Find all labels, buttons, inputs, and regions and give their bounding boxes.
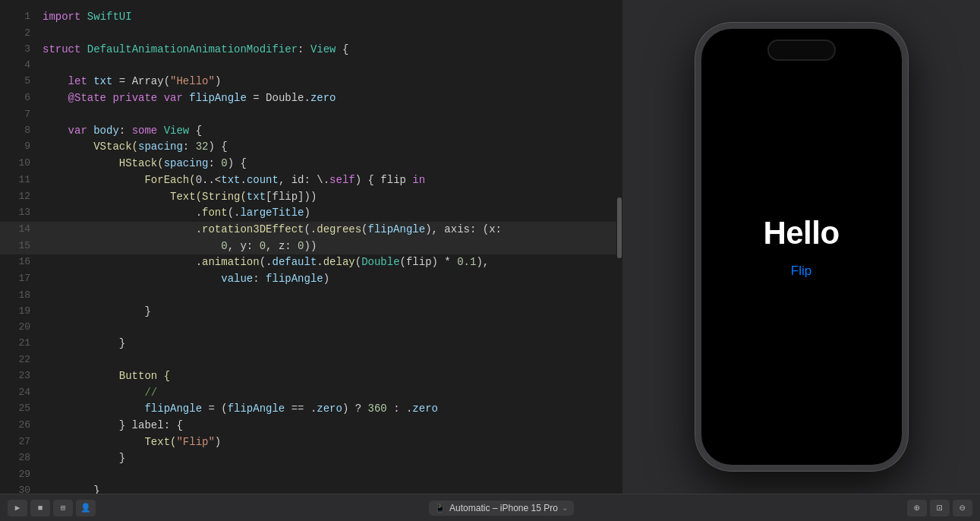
line-number: 22 <box>8 352 30 368</box>
code-line: 19 } <box>0 304 622 320</box>
scrollbar-gutter <box>616 0 622 494</box>
code-line: 30 } <box>0 483 622 494</box>
main-content: 1import SwiftUI23struct DefaultAnimation… <box>0 0 980 494</box>
code-text: VStack(spacing: 32) { <box>43 139 228 156</box>
line-number: 3 <box>8 42 30 58</box>
code-line: 12 Text(String(txt[flip])) <box>0 189 622 206</box>
line-number: 5 <box>8 74 30 90</box>
line-number: 14 <box>8 222 30 238</box>
line-number: 19 <box>8 304 30 320</box>
code-line: 22 <box>0 352 622 368</box>
line-number: 6 <box>8 90 30 107</box>
code-area[interactable]: 1import SwiftUI23struct DefaultAnimation… <box>0 0 622 494</box>
toolbar-right: ⊕ ⊡ ⊖ <box>907 500 972 516</box>
code-text: .font(.largeTitle) <box>43 205 310 222</box>
hello-text: Hello <box>763 215 839 251</box>
phone-screen: Hello Flip <box>701 29 902 465</box>
line-number: 17 <box>8 271 30 288</box>
code-line: 24 // <box>0 385 622 402</box>
line-number: 2 <box>8 26 30 42</box>
person-icon: 👤 <box>80 503 91 513</box>
chevron-down-icon: ⌄ <box>562 504 568 512</box>
code-line: 29 <box>0 467 622 483</box>
code-text: value: flipAngle) <box>43 271 329 288</box>
toolbar-left: ▶ ■ ⊞ 👤 <box>8 500 96 516</box>
code-text: ForEach(0..<txt.count, id: \.self) { fli… <box>43 172 425 189</box>
line-number: 24 <box>8 385 30 402</box>
line-number: 7 <box>8 107 30 123</box>
zoom-fit-icon: ⊡ <box>937 502 943 514</box>
line-number: 28 <box>8 450 30 467</box>
line-number: 26 <box>8 418 30 434</box>
line-number: 9 <box>8 139 30 156</box>
code-line: 2 <box>0 26 622 42</box>
code-line: 17 value: flipAngle) <box>0 271 622 288</box>
zoom-in-button[interactable]: ⊕ <box>907 500 927 516</box>
device-phone-icon: 📱 <box>435 503 446 513</box>
code-line: 5 let txt = Array("Hello") <box>0 74 622 90</box>
line-number: 11 <box>8 172 30 189</box>
code-editor-panel: 1import SwiftUI23struct DefaultAnimation… <box>0 0 622 494</box>
stop-button[interactable]: ■ <box>30 500 50 516</box>
code-line: 9 VStack(spacing: 32) { <box>0 139 622 156</box>
line-number: 10 <box>8 156 30 172</box>
code-line: 25 flipAngle = (flipAngle == .zero) ? 36… <box>0 401 622 418</box>
code-line: 21 } <box>0 336 622 352</box>
code-text: flipAngle = (flipAngle == .zero) ? 360 :… <box>43 401 438 418</box>
code-text: } <box>43 483 100 494</box>
phone-container: Hello Flip <box>680 4 923 490</box>
line-number: 25 <box>8 401 30 418</box>
code-text: 0, y: 0, z: 0)) <box>43 238 317 255</box>
code-line: 3struct DefaultAnimationAnimationModifie… <box>0 42 622 58</box>
play-icon: ▶ <box>15 503 20 513</box>
code-line: 10 HStack(spacing: 0) { <box>0 156 622 172</box>
line-number: 30 <box>8 483 30 494</box>
zoom-in-icon: ⊕ <box>914 502 920 514</box>
line-number: 16 <box>8 254 30 271</box>
code-line: 23 Button { <box>0 368 622 385</box>
code-line: 7 <box>0 107 622 123</box>
code-line: 1import SwiftUI <box>0 9 622 26</box>
code-line: 14 .rotation3DEffect(.degrees(flipAngle)… <box>0 222 622 238</box>
bottom-toolbar: ▶ ■ ⊞ 👤 📱 Automatic – iPhone 15 Pro ⌄ ⊕ … <box>0 494 980 521</box>
flip-button[interactable]: Flip <box>791 264 811 279</box>
code-text: var body: some View { <box>43 123 202 140</box>
code-text: .animation(.default.delay(Double(flip) *… <box>43 254 489 271</box>
toolbar-center: 📱 Automatic – iPhone 15 Pro ⌄ <box>100 500 903 516</box>
zoom-fit-button[interactable]: ⊡ <box>930 500 950 516</box>
line-number: 1 <box>8 9 30 26</box>
code-line: 6 @State private var flipAngle = Double.… <box>0 90 622 107</box>
grid-icon: ⊞ <box>61 503 66 513</box>
line-number: 8 <box>8 123 30 140</box>
code-line: 16 .animation(.default.delay(Double(flip… <box>0 254 622 271</box>
zoom-out-icon: ⊖ <box>960 502 966 514</box>
device-selector[interactable]: 📱 Automatic – iPhone 15 Pro ⌄ <box>429 500 574 516</box>
line-number: 29 <box>8 467 30 483</box>
stop-icon: ■ <box>38 504 43 513</box>
device-label: Automatic – iPhone 15 Pro <box>449 503 558 513</box>
code-text: Text("Flip") <box>43 434 221 451</box>
code-text: import SwiftUI <box>43 9 132 26</box>
code-text: .rotation3DEffect(.degrees(flipAngle), a… <box>43 222 502 238</box>
dynamic-island <box>767 39 836 61</box>
line-number: 15 <box>8 238 30 255</box>
code-line: 13 .font(.largeTitle) <box>0 205 622 222</box>
code-text: Button { <box>43 368 170 385</box>
code-text: HStack(spacing: 0) { <box>43 156 247 172</box>
zoom-out-button[interactable]: ⊖ <box>953 500 972 516</box>
code-text: } <box>43 450 125 467</box>
preview-panel: Hello Flip <box>622 0 980 494</box>
code-text: @State private var flipAngle = Double.ze… <box>43 90 336 107</box>
scrollbar-thumb[interactable] <box>617 197 622 258</box>
code-line: 11 ForEach(0..<txt.count, id: \.self) { … <box>0 172 622 189</box>
code-line: 28 } <box>0 450 622 467</box>
code-line: 27 Text("Flip") <box>0 434 622 451</box>
line-number: 21 <box>8 336 30 352</box>
line-number: 13 <box>8 205 30 222</box>
line-number: 27 <box>8 434 30 451</box>
code-text: Text(String(txt[flip])) <box>43 189 317 206</box>
run-button[interactable]: ▶ <box>8 500 27 516</box>
line-number: 20 <box>8 320 30 336</box>
person-button[interactable]: 👤 <box>76 500 96 516</box>
grid-button[interactable]: ⊞ <box>53 500 73 516</box>
